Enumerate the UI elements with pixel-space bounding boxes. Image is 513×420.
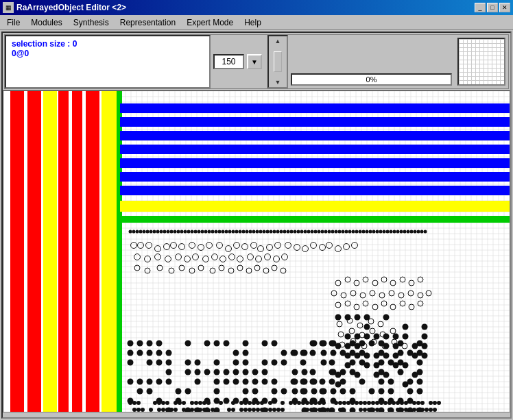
titlebar-left: ▦ RaArrayedObject Editor <2> xyxy=(3,2,126,13)
zoom-input[interactable] xyxy=(213,54,244,69)
zoom-controls: ▼ xyxy=(211,35,265,88)
app-icon: ▦ xyxy=(3,2,14,13)
vscroll-area: ▲ ▼ xyxy=(267,35,288,88)
scroll-bottom-arrow: ▼ xyxy=(275,79,281,86)
menu-help[interactable]: Help xyxy=(239,16,267,29)
minimize-button[interactable]: _ xyxy=(475,3,486,12)
main-window: selection size : 0 0@0 ▼ ▲ ▼ 0% xyxy=(1,32,512,419)
progress-bar: 0% xyxy=(291,73,452,86)
menu-representation[interactable]: Representation xyxy=(115,16,181,29)
top-controls: selection size : 0 0@0 ▼ ▲ ▼ 0% xyxy=(4,34,509,89)
close-button[interactable]: ✕ xyxy=(499,3,510,12)
titlebar: ▦ RaArrayedObject Editor <2> _ □ ✕ xyxy=(0,0,513,15)
mini-preview xyxy=(457,38,505,86)
dot-canvas[interactable] xyxy=(3,91,510,412)
canvas-area[interactable] xyxy=(3,90,510,412)
selection-size-label: selection size : 0 xyxy=(12,39,204,49)
selection-info: selection size : 0 0@0 xyxy=(5,35,211,88)
mini-grid xyxy=(459,39,504,84)
zoom-button[interactable]: ▼ xyxy=(247,54,262,69)
menu-modules[interactable]: Modules xyxy=(25,16,67,29)
menu-expert-mode[interactable]: Expert Mode xyxy=(181,16,239,29)
menu-synthesis[interactable]: Synthesis xyxy=(68,16,115,29)
scroll-thumb[interactable] xyxy=(274,51,282,72)
progress-container: 0% xyxy=(288,35,455,88)
menubar: File Modules Synthesis Representation Ex… xyxy=(0,15,513,30)
scroll-top-arrow: ▲ xyxy=(275,38,281,45)
menu-file[interactable]: File xyxy=(1,16,25,29)
progress-label: 0% xyxy=(292,75,451,84)
titlebar-buttons: _ □ ✕ xyxy=(475,3,510,12)
maximize-button[interactable]: □ xyxy=(487,3,498,12)
selection-pos-label: 0@0 xyxy=(12,49,204,58)
window-title: RaArrayedObject Editor <2> xyxy=(16,3,126,12)
